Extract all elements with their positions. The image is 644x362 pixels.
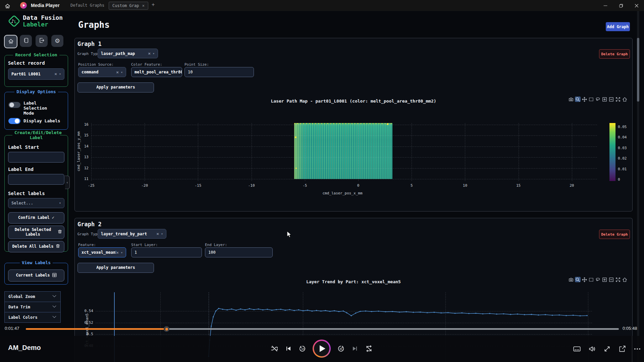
export-icon — [39, 38, 45, 45]
y-tick-label: 15 — [77, 133, 89, 137]
y-tick-label: 14 — [77, 144, 89, 148]
chevron-down-icon: ▾ — [59, 72, 61, 76]
gridline — [91, 168, 597, 169]
delete-all-labels-button[interactable]: Delete All Labels — [8, 241, 64, 252]
display-labels-toggle[interactable] — [8, 118, 20, 124]
restore-button[interactable] — [614, 0, 629, 11]
current-labels-button[interactable]: Current Labels — [8, 269, 64, 282]
clear-icon[interactable]: × — [116, 70, 119, 75]
page-title: Graphs — [78, 20, 110, 30]
label-start-label: Label Start — [8, 144, 64, 150]
add-graph-button[interactable]: Add Graph — [606, 22, 630, 31]
skip-previous-button[interactable] — [284, 345, 292, 353]
graph1-type-label: Graph Type — [77, 52, 100, 56]
tab-default-graphs[interactable]: Default Graphs — [67, 2, 108, 9]
zoom-icon[interactable] — [575, 97, 581, 102]
accordion-global-zoom[interactable]: Global Zoom — [4, 291, 61, 302]
x-tick-label: 0 — [352, 183, 365, 188]
box-select-icon[interactable] — [588, 97, 594, 102]
nav-settings-button[interactable]: ⚙ — [51, 35, 63, 47]
pop-out-button[interactable] — [618, 345, 626, 353]
svg-text:♪: ♪ — [11, 18, 14, 24]
colorbar-tick-label: 0 — [618, 177, 620, 182]
graph1-delete-button[interactable]: Delete Graph — [599, 49, 630, 59]
forward-30-button[interactable]: 30 — [337, 345, 345, 353]
lasso-icon[interactable] — [595, 97, 601, 102]
zoom-in-icon[interactable] — [602, 97, 607, 102]
label-end-input[interactable] — [8, 174, 64, 185]
select-labels-label: Select labels — [8, 191, 64, 196]
x-tick-label: 20 — [565, 183, 579, 188]
gridline — [572, 123, 572, 181]
sidebar-collapse-handle[interactable]: ‹ — [65, 176, 70, 189]
screen: Media Player Default Graphs Custom Grap.… — [0, 0, 644, 362]
gridline — [252, 123, 252, 181]
logo-text-line1: Data Fusion — [23, 14, 63, 21]
seek-handle[interactable] — [164, 326, 169, 332]
gridline — [465, 123, 465, 181]
close-button[interactable] — [629, 0, 644, 11]
confirm-label-button[interactable]: Confirm Label ✓ — [8, 212, 64, 224]
replay-10-button[interactable]: 10 — [299, 345, 307, 353]
record-select[interactable]: Part01 L0001 × ▾ — [8, 68, 64, 80]
current-time: 0:01:47 — [5, 326, 19, 331]
colorbar-tick-label: 0.04 — [618, 135, 627, 139]
tab-custom-graphs[interactable]: Custom Grap... × — [109, 2, 148, 10]
gridline — [412, 123, 412, 181]
colorbar-tick-label: 0.05 — [618, 125, 627, 129]
label-start-input[interactable] — [8, 152, 64, 163]
play-button[interactable] — [313, 340, 331, 358]
delete-selected-labels-button[interactable]: Delete Selected Labels — [8, 226, 64, 239]
play-icon — [314, 341, 329, 356]
skip-next-button[interactable] — [351, 345, 359, 353]
color-feature-input[interactable]: melt_pool_area_thr80_mm2 — [131, 67, 182, 77]
fullscreen-button[interactable] — [603, 345, 611, 353]
repeat-off-button[interactable] — [365, 345, 373, 353]
view-labels-section: View Labels Current Labels — [4, 260, 68, 285]
pan-icon[interactable] — [582, 97, 587, 102]
svg-text:L: L — [14, 19, 16, 24]
shuffle-button[interactable] — [270, 345, 278, 353]
new-tab-button[interactable]: + — [152, 2, 155, 8]
nav-export-button[interactable] — [36, 35, 48, 47]
graph1-apply-button[interactable]: Apply parameters — [77, 82, 154, 93]
label-selection-mode-toggle[interactable] — [8, 102, 20, 108]
reset-axes-icon[interactable] — [622, 97, 628, 102]
camera-icon[interactable] — [568, 97, 574, 102]
data-fusion-logo-icon: ♪ L — [7, 14, 21, 28]
gridline — [305, 123, 305, 181]
zoom-out-icon[interactable] — [608, 97, 614, 102]
secondary-controls — [573, 344, 641, 354]
seek-bar[interactable] — [26, 328, 619, 330]
tab-close-icon[interactable]: × — [142, 3, 145, 8]
display-labels-label: Display Labels — [23, 118, 60, 123]
graph1-chart-title: Laser Path Map - part01_L0001 (color: me… — [219, 99, 488, 104]
gridline — [198, 123, 198, 181]
more-button[interactable] — [633, 345, 641, 353]
mouse-cursor — [287, 231, 292, 238]
accordion-data-trim[interactable]: Data Trim — [4, 302, 61, 312]
x-tick-label: -15 — [191, 183, 205, 188]
point-size-input[interactable]: 10 — [184, 67, 254, 77]
svg-text:10: 10 — [301, 348, 305, 351]
labels-select[interactable]: Select... ▾ — [8, 198, 64, 208]
home-icon[interactable] — [4, 2, 11, 9]
clear-icon[interactable]: × — [54, 71, 57, 76]
accordion-label-colors[interactable]: Label Colors — [4, 312, 61, 323]
autoscale-icon[interactable] — [615, 97, 621, 102]
minimize-button[interactable] — [598, 0, 613, 11]
player-control-bar: AM_Demo 1030 — [0, 336, 644, 362]
trash-icon — [56, 244, 60, 250]
scrollbar-thumb[interactable] — [637, 38, 639, 102]
check-icon: ✓ — [52, 216, 54, 220]
position-source-select[interactable]: command × ▾ — [78, 67, 126, 77]
view-labels-legend: View Labels — [20, 260, 53, 265]
nav-home-button[interactable] — [4, 35, 17, 48]
graph1-plot-toolbar — [568, 97, 628, 102]
volume-button[interactable] — [588, 345, 596, 353]
gridline — [91, 179, 597, 179]
nav-records-button[interactable] — [20, 35, 32, 47]
clear-icon[interactable]: × — [148, 51, 151, 56]
captions-button[interactable] — [573, 345, 581, 353]
graph1-type-select[interactable]: laser_path_map × ▾ — [98, 49, 158, 58]
